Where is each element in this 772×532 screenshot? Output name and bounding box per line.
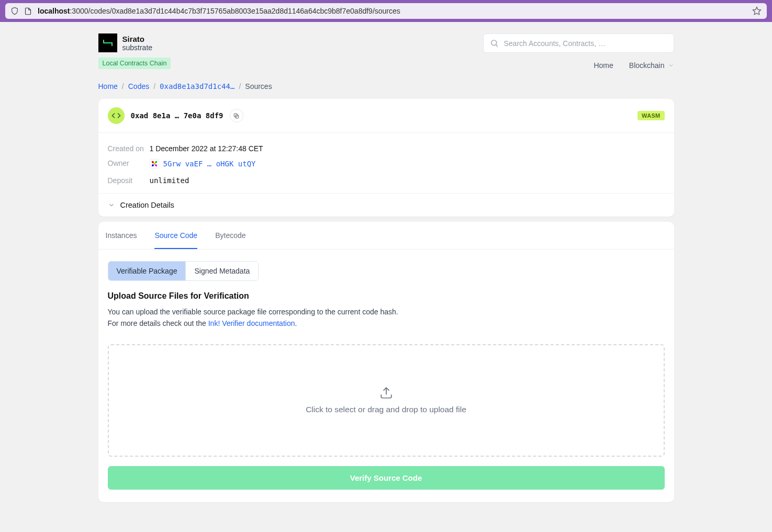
code-card: 0xad 8e1a … 7e0a 8df9 WASM Created on 1 … [98,99,674,217]
owner-value: 5Grw vaEF … oHGK utQY [163,160,256,168]
tab-instances[interactable]: Instances [106,222,137,249]
brand-name: Sirato [122,35,153,43]
svg-point-1 [491,40,496,46]
page-icon [24,7,32,15]
code-hash: 0xad 8e1a … 7e0a 8df9 [131,111,223,120]
breadcrumb: Home / Codes / 0xad8e1a3d7d1c44… / Sourc… [98,75,674,99]
search-icon [490,39,499,48]
breadcrumb-current: Sources [245,82,272,90]
url-text[interactable]: localhost:3000/codes/0xad8e1a3d7d1c44b4c… [38,7,747,15]
upload-section: Upload Source Files for Verification You… [98,281,674,502]
nav-blockchain-label: Blockchain [629,61,665,70]
verifier-doc-link[interactable]: Ink! Verifier documentation [208,319,295,327]
tab-bytecode[interactable]: Bytecode [215,222,245,249]
chevron-down-icon [668,62,674,69]
subtabs: Verifiable Package Signed Metadata [108,261,259,281]
file-dropzone[interactable]: Click to select or drag and drop to uplo… [108,344,665,457]
search-box[interactable] [483,33,674,53]
brand-subtitle: substrate [122,43,153,52]
creation-details-toggle[interactable]: Creation Details [98,193,674,217]
deposit-label: Deposit [108,176,150,185]
nav-links: Home Blockchain [483,61,674,70]
code-icon [108,107,125,124]
url-path: :3000/codes/0xad8e1a3d7d1c44b4c7b3f71576… [70,7,400,15]
page-header: Sirato substrate Local Contracts Chain H… [98,22,674,75]
tabs-card: Instances Source Code Bytecode Verifiabl… [98,222,674,502]
nav-home[interactable]: Home [594,61,613,70]
owner-label: Owner [108,159,150,170]
dropzone-text: Click to select or drag and drop to uplo… [306,405,466,414]
identicon [150,159,159,168]
copy-hash-button[interactable] [230,109,243,122]
bookmark-star-icon[interactable] [752,6,762,16]
breadcrumb-codes[interactable]: Codes [128,82,149,90]
created-on-label: Created on [108,144,150,153]
breadcrumb-code-hash[interactable]: 0xad8e1a3d7d1c44… [160,82,234,90]
code-header: 0xad 8e1a … 7e0a 8df9 WASM [98,99,674,133]
url-bar[interactable]: localhost:3000/codes/0xad8e1a3d7d1c44b4c… [5,3,767,19]
url-host: localhost [38,7,70,15]
nav-blockchain[interactable]: Blockchain [629,61,674,70]
subtab-verifiable-package[interactable]: Verifiable Package [108,262,186,280]
brand[interactable]: Sirato substrate [98,33,171,52]
browser-chrome: localhost:3000/codes/0xad8e1a3d7d1c44b4c… [0,0,772,22]
wasm-badge: WASM [637,111,664,120]
search-input[interactable] [504,39,667,48]
shield-icon [10,7,19,15]
upload-description: You can upload the verifiable source pac… [108,306,665,330]
creation-details-title: Creation Details [120,201,174,209]
tab-source-code[interactable]: Source Code [154,222,197,249]
subtab-signed-metadata[interactable]: Signed Metadata [185,262,258,280]
upload-title: Upload Source Files for Verification [108,291,665,301]
upload-icon [379,386,393,400]
brand-logo [98,33,117,52]
verify-source-button[interactable]: Verify Source Code [108,466,665,490]
svg-line-2 [496,45,497,47]
chevron-down-icon [108,201,115,209]
owner-link[interactable]: 5Grw vaEF … oHGK utQY [150,159,256,168]
deposit-value: unlimited [150,176,189,185]
svg-marker-0 [753,7,761,15]
breadcrumb-home[interactable]: Home [98,82,118,90]
code-meta: Created on 1 December 2022 at 12:27:48 C… [98,133,674,193]
tabs: Instances Source Code Bytecode [98,222,674,250]
chain-badge: Local Contracts Chain [98,58,171,69]
created-on-value: 1 December 2022 at 12:27:48 CET [150,144,263,153]
